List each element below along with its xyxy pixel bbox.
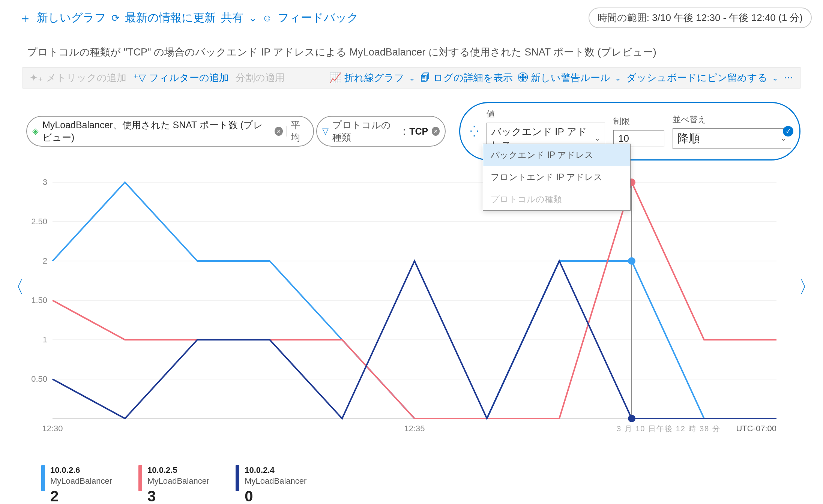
funnel-plus-icon: ⁺▽ xyxy=(133,72,146,84)
legend-text: 10.0.2.6MyLoadBalancer2 xyxy=(50,465,112,504)
chevron-down-icon: ⌄ xyxy=(595,134,600,142)
svg-text:2.50: 2.50 xyxy=(31,217,47,226)
chart-area: 〈 〉 0.5011.5022.50312:3012:353 月 10 日午後 … xyxy=(23,178,800,456)
plus-icon: ＋ xyxy=(19,12,32,24)
drill-logs-label: ログの詳細を表示 xyxy=(433,71,513,84)
add-filter-button[interactable]: ⁺▽ フィルターの追加 xyxy=(133,71,229,84)
smile-icon: ☺ xyxy=(262,13,272,23)
splitter-value-header: 値 xyxy=(487,108,605,120)
metric-toolbar: ✦₊ メトリックの追加 ⁺▽ フィルターの追加 分割の適用 📈 折れ線グラフ ⌄… xyxy=(23,67,800,88)
splitter-config: ⁛ 値 バックエンド IP アドレス ⌄ 制限 並べ替え 降順 ⌄ ✓ バックエ… xyxy=(459,102,800,160)
svg-text:3 月 10 日午後 12 時 38 分: 3 月 10 日午後 12 時 38 分 xyxy=(617,424,721,433)
legend-resource: MyLoadBalancer xyxy=(50,476,112,487)
confirm-icon[interactable]: ✓ xyxy=(783,126,793,136)
chart-svg[interactable]: 0.5011.5022.50312:3012:353 月 10 日午後 12 時… xyxy=(23,178,788,456)
new-alert-rule-button[interactable]: 🕀 新しい警告ルール ⌄ xyxy=(518,71,621,84)
dropdown-option[interactable]: フロントエンド IP アドレス xyxy=(483,166,630,188)
legend-swatch xyxy=(41,465,45,491)
metric-toolbar-left: ✦₊ メトリックの追加 ⁺▽ フィルターの追加 分割の適用 xyxy=(30,71,285,84)
legend-value: 3 xyxy=(147,486,209,504)
load-balancer-icon: ◈ xyxy=(32,126,39,136)
drill-logs-button[interactable]: 🗐 ログの詳細を表示 xyxy=(421,71,513,84)
chevron-down-icon: ⌄ xyxy=(407,74,415,82)
chart-nav-left-icon[interactable]: 〈 xyxy=(8,276,24,298)
splitter-value-dropdown: バックエンド IP アドレス フロントエンド IP アドレス プロトコルの種類 xyxy=(483,144,631,211)
splitter-limit-header: 制限 xyxy=(613,116,664,127)
svg-text:1.50: 1.50 xyxy=(31,296,47,305)
chevron-down-icon: ⌄ xyxy=(613,74,621,82)
line-chart-icon: 📈 xyxy=(329,72,341,84)
time-range-pill[interactable]: 時間の範囲: 3/10 午後 12:30 - 午後 12:40 (1 分) xyxy=(589,8,812,28)
splitter-sort-selected: 降順 xyxy=(677,131,700,146)
pill-row: ◈ MyLoadBalancer、使用された SNAT ポート数 (プレビュー)… xyxy=(0,88,823,160)
more-icon[interactable]: ⋯ xyxy=(784,72,793,84)
pill-separator xyxy=(287,126,287,136)
svg-text:3: 3 xyxy=(43,178,47,187)
new-graph-button[interactable]: 新しいグラフ xyxy=(37,10,106,26)
splitter-limit-column: 制限 xyxy=(613,116,664,147)
svg-text:12:30: 12:30 xyxy=(42,424,63,433)
time-range-label: 時間の範囲: xyxy=(598,12,649,23)
dropdown-option-disabled: プロトコルの種類 xyxy=(483,188,630,210)
share-button[interactable]: 共有 xyxy=(221,10,243,26)
refresh-button[interactable]: 最新の情報に更新 xyxy=(125,10,216,26)
legend-ip: 10.0.2.4 xyxy=(245,465,306,476)
chart-nav-right-icon[interactable]: 〉 xyxy=(799,276,815,298)
legend-item[interactable]: 10.0.2.5MyLoadBalancer3 xyxy=(138,465,209,504)
legend-value: 2 xyxy=(50,486,112,504)
splitter-sort-column: 並べ替え 降順 ⌄ xyxy=(673,114,791,149)
alert-icon: 🕀 xyxy=(518,72,528,84)
time-range-value: 3/10 午後 12:30 - 午後 12:40 (1 分) xyxy=(652,12,803,23)
chart-title: プロトコルの種類が "TCP" の場合のバックエンド IP アドレスによる My… xyxy=(0,30,823,59)
legend-item[interactable]: 10.0.2.6MyLoadBalancer2 xyxy=(41,465,112,504)
chart-legend: 10.0.2.6MyLoadBalancer210.0.2.5MyLoadBal… xyxy=(0,456,823,504)
chart-type-label: 折れ線グラフ xyxy=(344,71,404,84)
svg-text:UTC-07:00: UTC-07:00 xyxy=(736,424,776,433)
apply-split-button[interactable]: 分割の適用 xyxy=(236,71,285,84)
svg-point-18 xyxy=(628,415,635,422)
splitter-sort-select[interactable]: 降順 ⌄ xyxy=(673,128,791,149)
chart-type-dropdown[interactable]: 📈 折れ線グラフ ⌄ xyxy=(329,71,415,84)
funnel-icon: ▽ xyxy=(322,126,329,136)
legend-text: 10.0.2.4MyLoadBalancer0 xyxy=(245,465,306,504)
refresh-icon: ⟳ xyxy=(111,13,120,23)
top-action-bar-left: ＋ 新しいグラフ ⟳ 最新の情報に更新 共有 ⌄ ☺ フィードバック xyxy=(19,10,359,26)
legend-resource: MyLoadBalancer xyxy=(147,476,209,487)
metric-pill[interactable]: ◈ MyLoadBalancer、使用された SNAT ポート数 (プレビュー)… xyxy=(26,116,314,147)
metric-toolbar-right: 📈 折れ線グラフ ⌄ 🗐 ログの詳細を表示 🕀 新しい警告ルール ⌄ ダッシュボ… xyxy=(329,71,793,84)
legend-swatch xyxy=(138,465,142,491)
legend-text: 10.0.2.5MyLoadBalancer3 xyxy=(147,465,209,504)
close-icon[interactable]: × xyxy=(275,127,283,136)
svg-text:0.50: 0.50 xyxy=(31,374,47,384)
scatter-icon: ⁛ xyxy=(470,125,478,138)
sparkle-icon: ✦₊ xyxy=(30,72,43,84)
aggregation-label: 平均 xyxy=(291,119,308,144)
legend-value: 0 xyxy=(245,486,306,504)
svg-point-16 xyxy=(628,257,635,265)
pin-dashboard-label: ダッシュボードにピン留めする xyxy=(626,71,767,84)
add-filter-label: フィルターの追加 xyxy=(149,71,229,84)
top-action-bar: ＋ 新しいグラフ ⟳ 最新の情報に更新 共有 ⌄ ☺ フィードバック 時間の範囲… xyxy=(0,0,823,30)
filter-dimension-label: プロトコルの種類 xyxy=(332,119,399,144)
feedback-button[interactable]: フィードバック xyxy=(278,10,359,26)
filter-pill[interactable]: ▽ プロトコルの種類 : TCP × xyxy=(316,116,446,147)
close-icon[interactable]: × xyxy=(432,127,440,136)
metric-pill-label: MyLoadBalancer、使用された SNAT ポート数 (プレビュー) xyxy=(42,119,271,144)
add-metric-button[interactable]: ✦₊ メトリックの追加 xyxy=(30,71,126,84)
pin-dashboard-button[interactable]: ダッシュボードにピン留めする ⌄ xyxy=(626,71,778,84)
svg-text:1: 1 xyxy=(43,335,47,344)
splitter-sort-header: 並べ替え xyxy=(673,114,791,125)
new-alert-rule-label: 新しい警告ルール xyxy=(531,71,610,84)
drill-logs-icon: 🗐 xyxy=(421,72,430,84)
svg-text:12:35: 12:35 xyxy=(404,424,425,433)
legend-ip: 10.0.2.5 xyxy=(147,465,209,476)
legend-swatch xyxy=(236,465,239,491)
svg-text:2: 2 xyxy=(43,256,47,266)
chevron-down-icon: ⌄ xyxy=(249,13,257,23)
dropdown-option[interactable]: バックエンド IP アドレス xyxy=(483,144,630,166)
chevron-down-icon: ⌄ xyxy=(770,74,778,82)
legend-item[interactable]: 10.0.2.4MyLoadBalancer0 xyxy=(236,465,306,504)
filter-value-label: TCP xyxy=(409,126,428,137)
legend-ip: 10.0.2.6 xyxy=(50,465,112,476)
add-metric-label: メトリックの追加 xyxy=(46,71,126,84)
